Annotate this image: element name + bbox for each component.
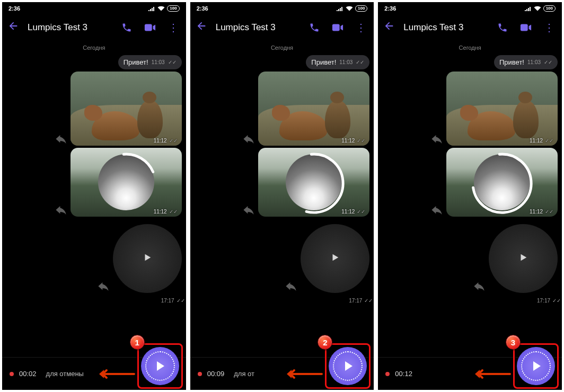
video-message[interactable] (113, 224, 182, 293)
text-message[interactable]: Привет! 11:03 ✓✓ (118, 55, 182, 69)
forward-icon (56, 135, 66, 144)
phone-pane: 2:36 100 Lumpics Test 3 ⋮ Сегодня Привет… (190, 2, 374, 390)
text-message[interactable]: Привет! 11:03 ✓✓ (494, 55, 558, 69)
app-bar: Lumpics Test 3 ⋮ (190, 15, 374, 40)
video-call-button[interactable] (143, 23, 157, 32)
record-video-button[interactable] (141, 347, 179, 385)
voice-call-button[interactable] (119, 22, 134, 33)
more-button[interactable]: ⋮ (542, 21, 557, 34)
message-time: 11:12 (530, 209, 543, 215)
image-message-uploading[interactable]: 11:12✓✓ (70, 148, 182, 217)
read-ticks-icon: ✓✓ (364, 298, 373, 304)
video-call-button[interactable] (518, 23, 533, 32)
record-button-highlight (325, 343, 371, 389)
forward-icon (286, 282, 296, 291)
forward-button[interactable] (98, 282, 109, 293)
read-ticks-icon: ✓✓ (357, 138, 365, 144)
image-message[interactable]: 11:12✓✓ (446, 72, 558, 146)
message-time: 11:03 (339, 59, 352, 65)
message-time: 11:03 (152, 59, 165, 65)
chat-title[interactable]: Lumpics Test 3 (403, 22, 487, 33)
message-row: 11:12✓✓ (6, 148, 182, 217)
svg-rect-4 (521, 24, 528, 31)
step-badge: 3 (506, 335, 521, 350)
forward-button[interactable] (243, 135, 254, 146)
date-separator: Сегодня (195, 42, 370, 53)
recording-time: 00:09 (207, 370, 225, 378)
message-row: Привет! 11:03 ✓✓ (195, 55, 370, 69)
forward-button[interactable] (474, 282, 484, 293)
dotted-ring-icon (145, 351, 175, 381)
videocam-icon (332, 23, 343, 32)
recording-bar: 00:12 (378, 357, 562, 390)
cancel-arrow-icon (286, 369, 323, 379)
back-button[interactable] (196, 20, 207, 35)
message-row: 17:17✓✓ (6, 224, 182, 293)
message-row: 11:12✓✓ (382, 72, 558, 146)
forward-button[interactable] (431, 206, 442, 217)
read-ticks-icon: ✓✓ (544, 59, 552, 65)
message-time: 17:17 (161, 298, 174, 304)
image-message[interactable]: 11:12✓✓ (258, 72, 369, 146)
chat-title[interactable]: Lumpics Test 3 (216, 22, 299, 33)
forward-button[interactable] (286, 282, 296, 293)
status-icons: 100 (524, 5, 556, 12)
forward-button[interactable] (243, 206, 254, 217)
image-message-uploading[interactable]: 11:12✓✓ (258, 148, 369, 217)
message-text: Привет! (311, 58, 336, 66)
dotted-ring-icon (333, 351, 363, 381)
record-video-button[interactable] (329, 347, 367, 385)
video-call-button[interactable] (330, 23, 345, 32)
message-time: 11:12 (154, 138, 167, 144)
forward-button[interactable] (431, 135, 442, 146)
recording-bar: 00:02 для отмены (2, 357, 186, 390)
back-button[interactable] (7, 20, 19, 35)
image-message[interactable]: 11:12✓✓ (70, 72, 182, 146)
voice-call-button[interactable] (307, 22, 322, 33)
record-video-button[interactable] (517, 347, 555, 385)
message-row: 11:12✓✓ (195, 72, 370, 146)
cancel-arrow-icon (98, 369, 135, 379)
text-message[interactable]: Привет! 11:03 ✓✓ (306, 55, 369, 69)
forward-button[interactable] (56, 206, 66, 217)
video-message[interactable] (489, 224, 558, 293)
forward-icon (56, 206, 66, 215)
voice-call-button[interactable] (495, 22, 510, 33)
more-button[interactable]: ⋮ (354, 21, 368, 34)
phone-icon (309, 22, 320, 33)
chat-title[interactable]: Lumpics Test 3 (28, 22, 111, 33)
chat-area: Сегодня Привет! 11:03 ✓✓ 11:12✓✓ (2, 40, 186, 357)
back-button[interactable] (383, 20, 395, 35)
more-button[interactable]: ⋮ (166, 21, 181, 34)
message-row: Привет! 11:03 ✓✓ (382, 55, 558, 69)
message-time: 11:12 (341, 209, 355, 215)
signal-icon (524, 6, 532, 11)
status-icons: 100 (148, 5, 179, 12)
record-indicator-icon (10, 372, 14, 376)
slide-to-cancel-label: для от (234, 370, 254, 378)
upload-progress (474, 154, 530, 210)
progress-arc (98, 154, 154, 210)
video-message[interactable] (301, 224, 369, 293)
message-row: 17:17✓✓ (382, 224, 558, 293)
status-bar: 2:36 100 (2, 2, 186, 15)
forward-button[interactable] (56, 135, 66, 146)
forward-icon (431, 206, 442, 215)
wifi-icon (157, 6, 165, 11)
videocam-icon (144, 23, 156, 32)
recording-time: 00:12 (395, 370, 412, 378)
slide-to-cancel-label: для отмены (46, 370, 84, 378)
svg-point-1 (94, 152, 157, 215)
message-row: 17:17✓✓ (195, 224, 370, 293)
record-indicator-icon (198, 372, 202, 376)
image-message-uploading[interactable]: 11:12✓✓ (446, 148, 558, 217)
step-badge: 1 (130, 335, 145, 350)
battery-icon: 100 (543, 5, 556, 12)
recording-time: 00:02 (19, 370, 37, 378)
chat-area: Сегодня Привет! 11:03 ✓✓ 11:12✓✓ (190, 40, 374, 357)
message-row: 11:12✓✓ (195, 148, 370, 217)
svg-point-3 (283, 152, 346, 215)
message-time: 11:12 (154, 209, 167, 215)
dotted-ring-icon (521, 351, 551, 381)
battery-icon: 100 (355, 5, 367, 12)
